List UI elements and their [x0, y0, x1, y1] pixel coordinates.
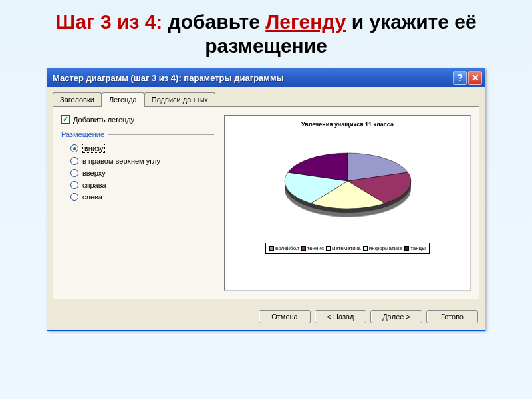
radio-left[interactable]: слева: [70, 193, 214, 201]
titlebar[interactable]: Мастер диаграмм (шаг 3 из 4): параметры …: [47, 68, 485, 87]
back-button[interactable]: < Назад: [315, 310, 366, 323]
options-column: ✓ Добавить легенду Размещение внизу в пр…: [61, 115, 214, 291]
radio-top-right[interactable]: в правом верхнем углу: [70, 157, 214, 165]
next-button[interactable]: Далее >: [370, 310, 422, 323]
radio-right[interactable]: справа: [70, 181, 214, 189]
legend-swatch: [363, 246, 368, 251]
placement-fieldset: Размещение: [61, 130, 214, 138]
close-icon: ✕: [471, 72, 479, 83]
checkbox-icon: ✓: [61, 115, 70, 124]
legend-item: волейбол: [269, 245, 299, 251]
chart-preview: Увлечения учащихся 11 класса: [224, 115, 471, 291]
legend-swatch: [269, 246, 274, 251]
legend-swatch: [404, 246, 409, 251]
page-heading: Шаг 3 из 4: добавьте Легенду и укажите е…: [0, 0, 532, 65]
radio-bottom[interactable]: внизу: [70, 144, 214, 153]
tab-data-labels[interactable]: Подписи данных: [144, 92, 215, 106]
legend-item: информатика: [363, 245, 402, 251]
tab-strip: Заголовки Легенда Подписи данных: [47, 87, 485, 106]
chart-legend: волейбол теннис математика информатика т…: [265, 243, 430, 254]
radio-top[interactable]: вверху: [70, 169, 214, 177]
dialog-window: Мастер диаграмм (шаг 3 из 4): параметры …: [47, 68, 485, 331]
help-button[interactable]: ?: [453, 71, 467, 85]
legend-swatch: [301, 246, 306, 251]
add-legend-label: Добавить легенду: [73, 116, 134, 124]
window-title: Мастер диаграмм (шаг 3 из 4): параметры …: [53, 73, 452, 83]
radio-icon: [70, 193, 78, 201]
legend-item: теннис: [301, 245, 324, 251]
legend-swatch: [326, 246, 331, 251]
radio-icon: [70, 181, 78, 189]
pie-chart: [268, 133, 428, 233]
finish-button[interactable]: Готово: [426, 310, 478, 323]
dialog-buttons: Отмена < Назад Далее > Готово: [47, 305, 485, 330]
legend-item: танцы: [404, 245, 426, 251]
legend-word: Легенду: [265, 11, 346, 33]
radio-icon: [70, 169, 78, 177]
tab-legend[interactable]: Легенда: [102, 92, 144, 107]
chart-title: Увлечения учащихся 11 класса: [301, 121, 394, 128]
radio-icon: [70, 144, 78, 152]
legend-item: математика: [326, 245, 361, 251]
step-label: Шаг 3 из 4:: [55, 11, 162, 33]
radio-icon: [70, 157, 78, 165]
cancel-button[interactable]: Отмена: [259, 310, 311, 323]
tab-headers[interactable]: Заголовки: [53, 92, 102, 106]
add-legend-checkbox-row[interactable]: ✓ Добавить легенду: [61, 115, 214, 124]
tab-panel: ✓ Добавить легенду Размещение внизу в пр…: [53, 106, 479, 299]
close-button[interactable]: ✕: [468, 71, 482, 85]
